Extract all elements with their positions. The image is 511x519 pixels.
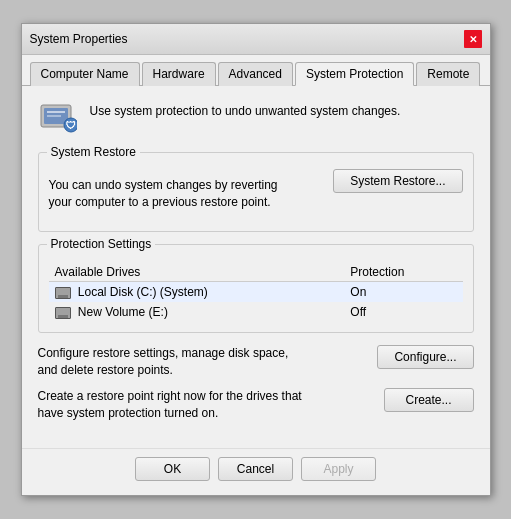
ok-button[interactable]: OK bbox=[135, 457, 210, 481]
drive-name-c: Local Disk (C:) (System) bbox=[49, 281, 345, 302]
restore-description: You can undo system changes by reverting… bbox=[49, 177, 297, 211]
system-restore-button[interactable]: System Restore... bbox=[333, 169, 462, 193]
create-button[interactable]: Create... bbox=[384, 388, 474, 412]
configure-button[interactable]: Configure... bbox=[377, 345, 473, 369]
col-drives: Available Drives bbox=[49, 263, 345, 282]
tab-advanced[interactable]: Advanced bbox=[218, 62, 293, 86]
tab-remote[interactable]: Remote bbox=[416, 62, 480, 86]
col-protection: Protection bbox=[344, 263, 462, 282]
shield-icon: 🛡 bbox=[38, 98, 78, 138]
system-properties-dialog: System Properties ✕ Computer Name Hardwa… bbox=[21, 23, 491, 496]
system-restore-section: System Restore You can undo system chang… bbox=[38, 152, 474, 232]
create-row: Create a restore point right now for the… bbox=[38, 388, 474, 422]
restore-row: You can undo system changes by reverting… bbox=[49, 169, 463, 221]
protection-settings-label: Protection Settings bbox=[47, 237, 156, 251]
cancel-button[interactable]: Cancel bbox=[218, 457, 293, 481]
protection-settings-section: Protection Settings Available Drives Pro… bbox=[38, 244, 474, 333]
tab-system-protection[interactable]: System Protection bbox=[295, 62, 414, 86]
configure-row: Configure restore settings, manage disk … bbox=[38, 345, 474, 379]
tab-computer-name[interactable]: Computer Name bbox=[30, 62, 140, 86]
apply-button[interactable]: Apply bbox=[301, 457, 376, 481]
content-area: 🛡 Use system protection to undo unwanted… bbox=[22, 86, 490, 444]
title-bar: System Properties ✕ bbox=[22, 24, 490, 55]
tab-hardware[interactable]: Hardware bbox=[142, 62, 216, 86]
hdd-icon bbox=[55, 287, 71, 299]
system-restore-label: System Restore bbox=[47, 145, 140, 159]
svg-text:🛡: 🛡 bbox=[66, 120, 76, 131]
configure-description: Configure restore settings, manage disk … bbox=[38, 345, 308, 379]
svg-rect-3 bbox=[47, 115, 61, 117]
info-text: Use system protection to undo unwanted s… bbox=[90, 98, 401, 118]
table-row[interactable]: New Volume (E:) Off bbox=[49, 302, 463, 322]
table-row[interactable]: Local Disk (C:) (System) On bbox=[49, 281, 463, 302]
drive-name-e: New Volume (E:) bbox=[49, 302, 345, 322]
tab-bar: Computer Name Hardware Advanced System P… bbox=[22, 55, 490, 86]
drive-status-e: Off bbox=[344, 302, 462, 322]
drive-status-c: On bbox=[344, 281, 462, 302]
protection-table: Available Drives Protection Local Disk (… bbox=[49, 263, 463, 322]
footer: OK Cancel Apply bbox=[22, 448, 490, 495]
drive-icon bbox=[55, 307, 71, 319]
svg-rect-2 bbox=[47, 111, 65, 113]
close-button[interactable]: ✕ bbox=[464, 30, 482, 48]
window-title: System Properties bbox=[30, 32, 128, 46]
info-row: 🛡 Use system protection to undo unwanted… bbox=[38, 98, 474, 138]
create-description: Create a restore point right now for the… bbox=[38, 388, 308, 422]
